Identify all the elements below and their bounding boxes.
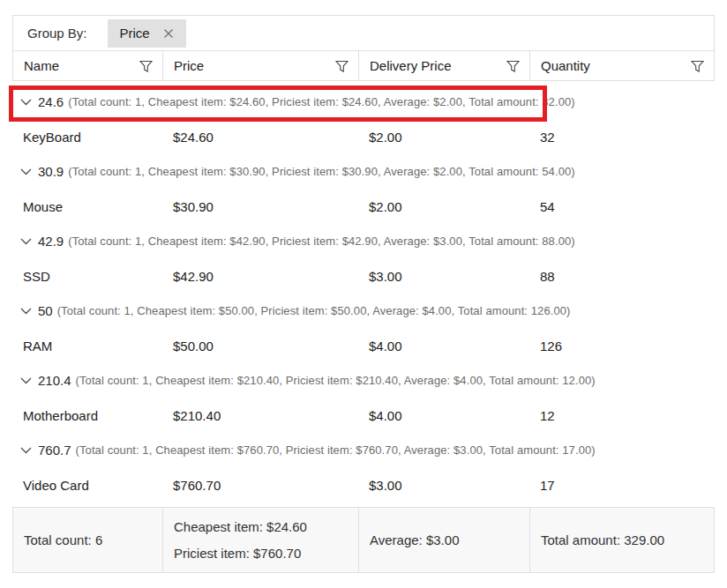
group-summary: (Total count: 1, Cheapest item: $760.70,… [76, 443, 596, 457]
footer-price-summaries: Cheapest item: $24.60 Priciest item: $76… [162, 508, 358, 572]
column-header-quantity[interactable]: Quantity [529, 51, 714, 80]
table-row-motherboard[interactable]: Motherboard $210.40 $4.00 12 [12, 398, 715, 434]
footer-average: Average: $3.00 [358, 508, 529, 572]
cell-delivery-price: $2.00 [358, 199, 529, 214]
filter-icon[interactable] [139, 60, 153, 72]
cell-name: KeyBoard [12, 130, 162, 145]
cell-delivery-price: $3.00 [358, 478, 529, 493]
table-row-mouse[interactable]: Mouse $30.90 $2.00 54 [12, 190, 715, 225]
cell-quantity: 126 [529, 339, 715, 354]
table-row-video-card[interactable]: Video Card $760.70 $3.00 17 [12, 468, 715, 503]
chevron-down-icon[interactable] [20, 99, 32, 106]
cell-delivery-price: $4.00 [358, 339, 529, 354]
cell-quantity: 32 [529, 130, 715, 145]
cell-price: $24.60 [162, 130, 358, 145]
table-row-ssd[interactable]: SSD $42.90 $3.00 88 [12, 259, 715, 294]
chevron-down-icon[interactable] [20, 168, 32, 175]
cell-name: RAM [12, 339, 162, 354]
column-label: Quantity [541, 58, 590, 73]
cell-quantity: 17 [529, 478, 715, 493]
group-chip-price[interactable]: Price [108, 19, 186, 48]
filter-icon[interactable] [691, 60, 704, 72]
group-chip-label: Price [120, 26, 150, 41]
group-summary: (Total count: 1, Cheapest item: $210.40,… [76, 374, 596, 387]
cell-price: $760.70 [162, 478, 358, 493]
cell-price: $210.40 [162, 408, 358, 423]
chevron-down-icon[interactable] [20, 308, 32, 315]
filter-icon[interactable] [506, 60, 520, 72]
table-row-keyboard[interactable]: KeyBoard $24.60 $2.00 32 [12, 120, 715, 155]
chevron-down-icon[interactable] [20, 238, 32, 245]
chevron-down-icon[interactable] [20, 377, 32, 384]
group-summary: (Total count: 1, Cheapest item: $50.00, … [57, 304, 571, 317]
cell-name: SSD [12, 269, 162, 284]
column-label: Name [24, 58, 59, 73]
filter-icon[interactable] [335, 60, 349, 72]
group-key: 50 [38, 303, 53, 318]
cell-delivery-price: $3.00 [358, 269, 529, 284]
cell-name: Mouse [12, 199, 162, 214]
cell-quantity: 12 [529, 408, 715, 423]
group-row-50[interactable]: 50 (Total count: 1, Cheapest item: $50.0… [12, 294, 715, 329]
group-row-760-7[interactable]: 760.7 (Total count: 1, Cheapest item: $7… [12, 433, 715, 468]
cell-name: Motherboard [12, 408, 162, 423]
column-header-price[interactable]: Price [162, 51, 358, 80]
column-label: Delivery Price [370, 58, 452, 73]
table-row-ram[interactable]: RAM $50.00 $4.00 126 [12, 329, 715, 364]
group-row-210-4[interactable]: 210.4 (Total count: 1, Cheapest item: $2… [12, 363, 715, 398]
group-summary: (Total count: 1, Cheapest item: $42.90, … [68, 234, 575, 248]
group-by-label: Group By: [27, 26, 87, 41]
group-row-24-6[interactable]: 24.6 (Total count: 1, Cheapest item: $24… [12, 85, 715, 120]
group-key: 24.6 [38, 94, 64, 109]
group-summary: (Total count: 1, Cheapest item: $24.60, … [68, 95, 575, 108]
group-key: 42.9 [38, 234, 64, 249]
cell-delivery-price: $4.00 [358, 408, 529, 423]
group-key: 760.7 [38, 443, 71, 458]
group-summary: (Total count: 1, Cheapest item: $30.90, … [68, 165, 575, 178]
column-header-name[interactable]: Name [13, 51, 162, 80]
footer-total-count: Total count: 6 [13, 508, 162, 572]
cell-price: $30.90 [162, 199, 358, 214]
grid-body: 24.6 (Total count: 1, Cheapest item: $24… [12, 81, 715, 502]
footer-cheapest-item: Cheapest item: $24.60 [174, 519, 349, 534]
column-header-delivery-price[interactable]: Delivery Price [358, 51, 529, 80]
data-grid: Group By: Price Name Price Delivery Pric… [12, 15, 715, 573]
group-row-30-9[interactable]: 30.9 (Total count: 1, Cheapest item: $30… [12, 154, 715, 190]
cell-quantity: 54 [529, 199, 715, 214]
summary-footer: Total count: 6 Cheapest item: $24.60 Pri… [12, 507, 715, 573]
group-key: 30.9 [38, 164, 64, 179]
cell-delivery-price: $2.00 [358, 130, 529, 145]
footer-priciest-item: Priciest item: $760.70 [174, 546, 349, 561]
group-row-42-9[interactable]: 42.9 (Total count: 1, Cheapest item: $42… [12, 224, 715, 259]
footer-total-amount: Total amount: 329.00 [529, 508, 714, 572]
close-icon[interactable] [163, 28, 174, 39]
cell-price: $50.00 [162, 339, 358, 354]
column-headers: Name Price Delivery Price Quantity [12, 50, 715, 81]
column-label: Price [174, 58, 204, 73]
group-panel: Group By: Price [12, 15, 715, 50]
group-key: 210.4 [38, 373, 71, 388]
cell-name: Video Card [12, 478, 162, 493]
chevron-down-icon[interactable] [20, 447, 32, 454]
cell-price: $42.90 [162, 269, 358, 284]
cell-quantity: 88 [529, 269, 715, 284]
